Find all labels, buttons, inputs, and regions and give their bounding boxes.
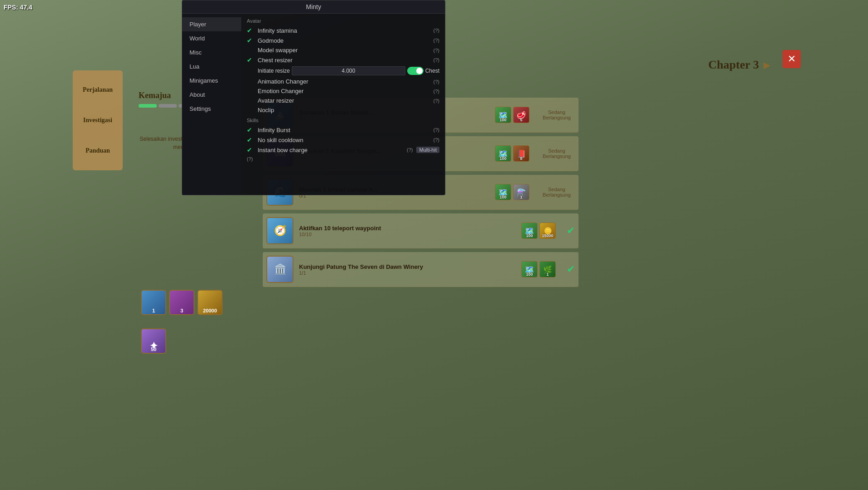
infinity-burst-help[interactable]: (?) [434, 127, 439, 133]
infinity-burst-check: ✔ [247, 126, 254, 134]
avatar-resizer-help[interactable]: (?) [434, 98, 439, 104]
model-swapper-label[interactable]: Model swapper [258, 47, 430, 54]
reward-icon-2a: 🗺️ 100 [495, 145, 511, 162]
minty-body: Player World Misc Lua Minigames About Se… [182, 14, 445, 195]
model-swapper-item: Model swapper (?) [247, 45, 439, 55]
star-item: ✦ 50 [141, 328, 166, 354]
infinity-stamina-label[interactable]: Infinity stamina [258, 27, 430, 34]
chapter-header-area: Chapter 3 ▶ [708, 58, 770, 72]
extra-help-item: (?) [247, 155, 439, 163]
quest-rewards-2: 🗺️ 100 📕 8 [495, 145, 529, 162]
model-swapper-help[interactable]: (?) [434, 48, 439, 53]
minty-title: Minty [182, 0, 445, 14]
quest-rewards-3: 🗺️ 100 ⚗️ 1 [495, 184, 529, 200]
minty-nav-about[interactable]: About [182, 88, 241, 102]
avatar-resizer-item: Avatar resizer (?) [247, 96, 439, 105]
noclip-label[interactable]: Noclip [258, 107, 439, 114]
progress-bar-2 [159, 104, 177, 108]
minty-nav-lua[interactable]: Lua [182, 59, 241, 74]
godmode-help[interactable]: (?) [434, 38, 439, 43]
no-skill-cooldown-item: ✔ No skill cooldown (?) [247, 135, 439, 145]
minty-nav-player[interactable]: Player [182, 17, 241, 31]
quest-info-5: Kunjungi Patung The Seven di Dawn Winery… [299, 263, 516, 276]
quest-rewards-4: 🗺️ 100 🪙 15000 [521, 223, 556, 239]
quest-complete-check-5: ✔ [567, 263, 575, 275]
left-nav-panel: Perjalanan Investigasi Panduan [73, 70, 123, 170]
chest-toggle-knob [416, 68, 423, 74]
reward-icon-4a: 🗺️ 100 [521, 223, 538, 239]
instant-bow-charge-help[interactable]: (?) [407, 147, 413, 153]
minty-nav-misc[interactable]: Misc [182, 45, 241, 59]
animation-changer-item: Animation Changer (?) [247, 77, 439, 86]
inv-count-3: 20000 [203, 308, 217, 313]
emotion-changer-item: Emotion Changer (?) [247, 86, 439, 96]
initiate-resize-row: Initiate resize Chest [247, 65, 439, 77]
chest-toggle-label: Chest [425, 68, 439, 74]
quest-item-4: 🧭 Aktifkan 10 teleport waypoint 10/10 🗺️… [263, 213, 579, 248]
avatar-resizer-label[interactable]: Avatar resizer [258, 97, 430, 104]
quest-progress-4: 10/10 [299, 232, 516, 237]
godmode-check: ✔ [247, 37, 254, 44]
chapter-title: Chapter 3 [708, 58, 759, 72]
quest-icon-5: 🏛️ [266, 256, 294, 283]
infinity-stamina-check: ✔ [247, 27, 254, 34]
perjalanan-label[interactable]: Perjalanan [83, 86, 113, 94]
avatar-section-label: Avatar [247, 18, 439, 24]
instant-bow-charge-check: ✔ [247, 146, 254, 153]
emotion-changer-label[interactable]: Emotion Changer [258, 88, 430, 94]
noclip-item: Noclip [247, 105, 439, 115]
minty-nav-world[interactable]: World [182, 31, 241, 45]
no-skill-cooldown-label[interactable]: No skill cooldown [258, 137, 430, 144]
inv-count-2: 3 [180, 308, 183, 313]
reward-icon-3a: 🗺️ 100 [495, 184, 511, 200]
minty-nav-settings[interactable]: Settings [182, 102, 241, 116]
quest-status-3: SedangBerlangsung [539, 187, 575, 198]
skills-section-label: Skills [247, 118, 439, 123]
quest-rewards-5: 🗺️ 100 🌿 1 [521, 261, 556, 277]
chest-resizer-help[interactable]: (?) [434, 57, 439, 63]
inv-item-1: 1 [141, 290, 166, 315]
progress-bar-1 [139, 104, 157, 108]
instant-bow-charge-label[interactable]: Instant bow charge [258, 147, 403, 153]
investigasi-label[interactable]: Investigasi [83, 117, 112, 124]
no-skill-cooldown-check: ✔ [247, 136, 254, 144]
extra-help[interactable]: (?) [247, 156, 253, 162]
no-skill-cooldown-help[interactable]: (?) [434, 137, 439, 143]
infinity-stamina-help[interactable]: (?) [434, 28, 439, 33]
animation-changer-help[interactable]: (?) [434, 79, 439, 84]
quest-complete-check-4: ✔ [567, 225, 575, 237]
animation-changer-label[interactable]: Animation Changer [258, 78, 430, 85]
quest-info-4: Aktifkan 10 teleport waypoint 10/10 [299, 225, 516, 237]
infinity-stamina-item: ✔ Infinity stamina (?) [247, 25, 439, 35]
instant-bow-charge-item: ✔ Instant bow charge (?) Multi-hit [247, 145, 439, 155]
inv-item-3: 20000 [197, 290, 223, 315]
godmode-label[interactable]: Godmode [258, 37, 430, 44]
quest-status-2: SedangBerlangsung [539, 148, 575, 159]
resize-input[interactable] [292, 66, 405, 75]
reward-icon-1a: 🗺️ 100 [495, 107, 511, 123]
quest-progress-5: 1/1 [299, 270, 516, 276]
chest-resizer-check: ✔ [247, 56, 254, 64]
chest-resizer-label[interactable]: Chest resizer [258, 57, 430, 64]
fps-counter: FPS: 47.4 [4, 4, 32, 11]
quest-icon-4: 🧭 [266, 217, 294, 244]
panduan-label[interactable]: Panduan [85, 147, 110, 154]
chapter-next-arrow[interactable]: ▶ [763, 59, 770, 70]
minty-sidebar: Player World Misc Lua Minigames About Se… [182, 14, 241, 195]
quest-text-5: Kunjungi Patung The Seven di Dawn Winery [299, 263, 516, 270]
reward-icon-4b: 🪙 15000 [539, 223, 556, 239]
reward-icon-5b: 🌿 1 [539, 261, 556, 277]
infinity-burst-item: ✔ Infinity Burst (?) [247, 125, 439, 135]
minty-content: Avatar ✔ Infinity stamina (?) ✔ Godmode … [241, 14, 445, 195]
reward-icon-3b: ⚗️ 1 [513, 184, 529, 200]
close-button[interactable]: ✕ [783, 50, 801, 68]
instant-bow-charge-badge: Multi-hit [416, 147, 439, 153]
minty-overlay: Minty Player World Misc Lua Minigames Ab… [182, 0, 445, 195]
reward-icon-2b: 📕 8 [513, 145, 529, 162]
emotion-changer-help[interactable]: (?) [434, 89, 439, 94]
chest-toggle[interactable] [407, 67, 424, 75]
infinity-burst-label[interactable]: Infinity Burst [258, 127, 430, 134]
inv-item-2: 3 [169, 290, 195, 315]
minty-nav-minigames[interactable]: Minigames [182, 74, 241, 88]
godmode-item: ✔ Godmode (?) [247, 35, 439, 45]
